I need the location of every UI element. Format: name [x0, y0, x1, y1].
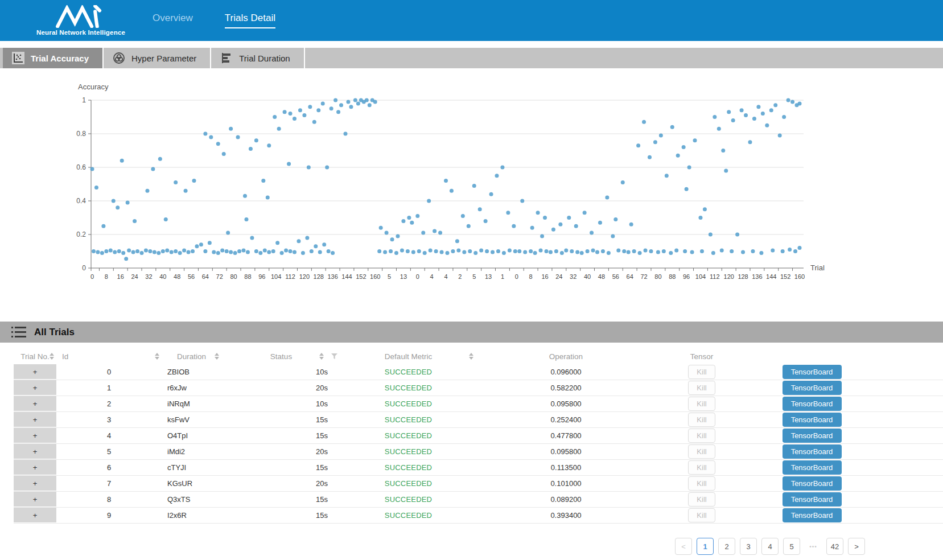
tensorboard-button[interactable]: TensorBoard	[783, 365, 842, 379]
scatter-point	[649, 249, 653, 253]
kill-button[interactable]: Kill	[688, 397, 715, 411]
kill-button[interactable]: Kill	[688, 476, 715, 491]
kill-button[interactable]: Kill	[688, 444, 715, 459]
x-tick-label: 16	[117, 273, 124, 280]
tensorboard-button[interactable]: TensorBoard	[783, 492, 842, 507]
cell-duration: 20s	[221, 444, 341, 459]
x-tick-label: 112	[285, 273, 295, 280]
row-expander[interactable]: +	[14, 428, 56, 443]
tensorboard-button[interactable]: TensorBoard	[783, 460, 842, 475]
scatter-point	[158, 157, 162, 161]
nav-item-overview[interactable]: Overview	[153, 13, 193, 28]
scatter-point	[289, 249, 293, 253]
table-body: +0ZBIOB10sSUCCEEDED0.096000KillTensorBoa…	[0, 364, 943, 524]
caret-up-icon	[50, 353, 54, 356]
scatter-point	[485, 249, 489, 253]
sort-icon-metric[interactable]	[469, 353, 473, 360]
scatter-point	[467, 224, 471, 228]
scatter-point	[411, 250, 415, 254]
scatter-point	[287, 162, 291, 166]
tab-hyper-parameter[interactable]: Hyper Parameter	[104, 48, 211, 68]
tensorboard-button[interactable]: TensorBoard	[783, 397, 842, 411]
scatter-point	[336, 110, 340, 114]
x-tick-label: 4	[444, 273, 447, 280]
sort-icon-status[interactable]	[319, 353, 324, 360]
kill-button[interactable]: Kill	[688, 460, 715, 475]
scatter-point	[496, 249, 500, 253]
sort-icon-duration[interactable]	[215, 353, 219, 360]
accuracy-chart[interactable]: Accuracy00.20.40.60.81081624324048566472…	[0, 68, 943, 296]
caret-up-icon	[469, 353, 473, 356]
page-button-1[interactable]: 1	[697, 538, 714, 555]
scatter-point	[517, 249, 521, 253]
kill-button[interactable]: Kill	[688, 508, 715, 522]
page-button-5[interactable]: 5	[783, 538, 800, 555]
cell-id: iNRqM	[162, 396, 221, 411]
sort-icon-id[interactable]	[155, 353, 159, 360]
tensorboard-button[interactable]: TensorBoard	[783, 444, 842, 459]
nav-item-trials-detail[interactable]: Trials Detail	[225, 13, 275, 28]
page-ellipsis[interactable]: •••	[805, 538, 822, 555]
scatter-point	[410, 221, 414, 225]
x-tick-label: 8	[529, 273, 533, 280]
scatter-point	[415, 214, 419, 218]
x-tick-label: 56	[612, 273, 619, 280]
page-button-2[interactable]: 2	[718, 538, 735, 555]
caret-down-icon	[319, 357, 324, 360]
cell-duration: 15s	[221, 492, 341, 507]
filter-icon-status[interactable]	[331, 353, 337, 359]
col-label-duration: Duration	[177, 352, 206, 361]
row-expander[interactable]: +	[14, 364, 56, 380]
tensorboard-button[interactable]: TensorBoard	[783, 413, 842, 427]
kill-button[interactable]: Kill	[688, 413, 715, 427]
scatter-point	[473, 251, 477, 255]
cell-tensor: TensorBoard	[747, 492, 876, 507]
x-tick-label: 144	[766, 273, 776, 280]
tab-trial-accuracy[interactable]: Trial Accuracy	[3, 48, 104, 68]
page-button-4[interactable]: 4	[761, 538, 779, 555]
scatter-point	[735, 233, 739, 237]
scatter-point	[682, 145, 686, 149]
cell-default-metric: 0.095800	[476, 396, 656, 411]
detail-tabstrip: Trial AccuracyHyper ParameterTrial Durat…	[0, 48, 943, 68]
tensorboard-button[interactable]: TensorBoard	[783, 476, 842, 491]
x-tick-label: 104	[271, 273, 281, 280]
row-expander[interactable]: +	[14, 380, 56, 396]
scatter-point	[656, 250, 660, 254]
row-expander[interactable]: +	[14, 396, 56, 411]
row-expander[interactable]: +	[14, 508, 56, 523]
scatter-point	[321, 101, 325, 105]
page-next-button[interactable]: >	[848, 538, 865, 555]
col-label-status: Status	[270, 352, 292, 361]
scatter-point	[529, 249, 533, 253]
cell-id: ksFwV	[162, 412, 221, 427]
row-expander[interactable]: +	[14, 460, 56, 475]
x-tick-label: 160	[370, 273, 380, 280]
kill-button[interactable]: Kill	[688, 381, 715, 395]
kill-button[interactable]: Kill	[688, 492, 715, 507]
page-prev-button[interactable]: <	[675, 538, 692, 555]
row-expander[interactable]: +	[14, 492, 56, 507]
tab-trial-duration[interactable]: Trial Duration	[211, 48, 304, 68]
row-expander[interactable]: +	[14, 476, 56, 491]
sort-icon-no[interactable]	[50, 353, 54, 360]
scatter-point	[144, 249, 148, 253]
tensorboard-button[interactable]: TensorBoard	[783, 508, 842, 522]
page-button-42[interactable]: 42	[826, 538, 843, 555]
tensorboard-button[interactable]: TensorBoard	[783, 429, 842, 443]
cell-status: SUCCEEDED	[341, 476, 476, 491]
kill-button[interactable]: Kill	[688, 365, 715, 379]
page-button-3[interactable]: 3	[740, 538, 757, 555]
tensorboard-button[interactable]: TensorBoard	[783, 381, 842, 395]
cell-trial-no: 8	[56, 492, 162, 507]
row-expander[interactable]: +	[14, 444, 56, 459]
kill-button[interactable]: Kill	[688, 429, 715, 443]
scatter-point	[495, 174, 499, 178]
row-expander[interactable]: +	[14, 412, 56, 427]
scatter-point	[427, 199, 431, 203]
scatter-point	[700, 249, 704, 253]
cell-duration: 20s	[221, 476, 341, 491]
scatter-point	[530, 226, 534, 230]
cell-duration: 15s	[221, 508, 341, 523]
scatter-point	[727, 110, 731, 114]
